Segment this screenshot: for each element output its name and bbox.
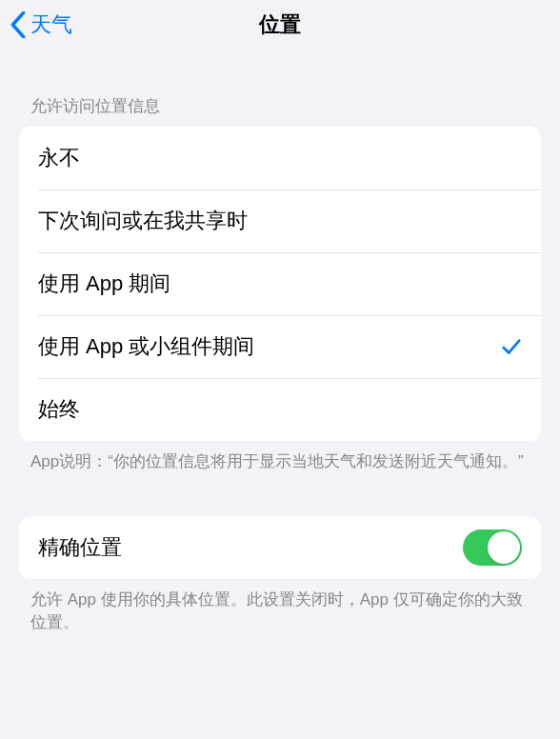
option-ask-next-time[interactable]: 下次询问或在我共享时 <box>19 190 541 252</box>
option-always[interactable]: 始终 <box>19 378 541 441</box>
back-label: 天气 <box>30 10 72 39</box>
section-footer-app-description: App说明：“你的位置信息将用于显示当地天气和发送附近天气通知。” <box>0 441 560 474</box>
option-label: 使用 App 或小组件期间 <box>38 332 254 361</box>
precise-location-row: 精确位置 <box>19 516 541 579</box>
option-label: 使用 App 期间 <box>38 270 170 298</box>
location-access-options: 永不 下次询问或在我共享时 使用 App 期间 使用 App 或小组件期间 始终 <box>19 127 541 441</box>
section-footer-precise-description: 允许 App 使用你的具体位置。此设置关闭时，App 仅可确定你的大致位置。 <box>0 579 560 635</box>
precise-location-group: 精确位置 <box>19 516 541 579</box>
section-header-location-access: 允许访问位置信息 <box>0 50 560 127</box>
option-label: 下次询问或在我共享时 <box>38 207 248 235</box>
navigation-bar: 天气 位置 <box>0 0 560 50</box>
option-while-using-app[interactable]: 使用 App 期间 <box>19 252 541 315</box>
back-button[interactable]: 天气 <box>10 10 72 39</box>
option-label: 永不 <box>38 144 80 172</box>
option-while-using-app-or-widgets[interactable]: 使用 App 或小组件期间 <box>19 315 541 378</box>
page-title: 位置 <box>259 10 301 39</box>
precise-location-label: 精确位置 <box>38 533 122 562</box>
toggle-knob <box>488 531 520 564</box>
option-label: 始终 <box>38 395 80 424</box>
option-never[interactable]: 永不 <box>19 127 541 190</box>
precise-location-toggle[interactable] <box>463 529 522 566</box>
checkmark-icon <box>501 336 522 357</box>
chevron-left-icon <box>10 11 27 38</box>
